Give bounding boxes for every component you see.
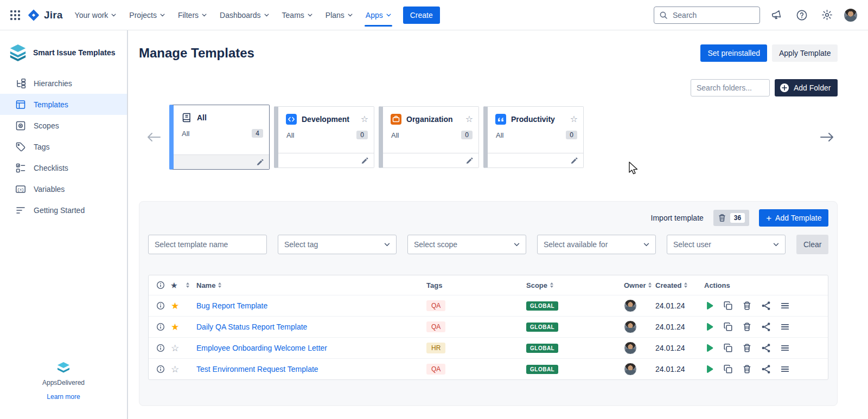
column-header-scope[interactable]: Scope [526, 281, 547, 289]
sidebar-item-templates[interactable]: Templates [0, 94, 127, 115]
template-name-link[interactable]: Bug Report Template [196, 301, 267, 310]
smart-issue-templates-logo-icon [8, 43, 28, 62]
filter-template-name-input[interactable] [148, 235, 267, 254]
folder-card-organization[interactable]: Organization ☆ All 0 [379, 106, 479, 168]
nav-item-teams[interactable]: Teams [276, 0, 319, 30]
help-icon[interactable] [793, 6, 811, 24]
owner-avatar[interactable] [624, 363, 637, 376]
recycle-bin-button[interactable]: 36 [713, 210, 749, 226]
owner-avatar[interactable] [624, 299, 637, 312]
clear-filters-button[interactable]: Clear [796, 235, 828, 254]
settings-gear-icon[interactable] [818, 6, 836, 24]
star-outline-icon[interactable]: ☆ [171, 365, 179, 374]
filter-scope-select[interactable]: Select scope [407, 235, 526, 254]
jira-logo[interactable]: Jira [24, 9, 68, 22]
edit-folder-icon[interactable] [571, 157, 578, 164]
run-template-icon[interactable] [704, 343, 714, 353]
folder-card-productivity[interactable]: Productivity ☆ All 0 [483, 106, 584, 168]
star-outline-icon[interactable]: ☆ [361, 115, 368, 124]
nav-item-plans[interactable]: Plans [319, 0, 359, 30]
carousel-left-arrow-icon[interactable] [139, 132, 169, 143]
set-preinstalled-button[interactable]: Set preinstalled [700, 44, 767, 62]
row-menu-icon[interactable] [780, 364, 790, 374]
filter-tag-select[interactable]: Select tag [278, 235, 397, 254]
column-header-owner[interactable]: Owner [624, 281, 646, 289]
sort-icon[interactable] [186, 282, 189, 288]
folder-card-development[interactable]: Development ☆ All 0 [274, 106, 374, 168]
app-switcher-icon[interactable] [7, 7, 24, 24]
run-template-icon[interactable] [704, 322, 714, 332]
import-template-button[interactable]: Import template [651, 214, 704, 222]
sidebar-item-hierarchies[interactable]: Hierarchies [0, 73, 127, 94]
copy-template-icon[interactable] [723, 343, 733, 353]
template-filters: Select tag Select scope Select available… [148, 235, 828, 254]
share-template-icon[interactable] [761, 364, 771, 374]
sidebar-item-getting-started[interactable]: Getting Started [0, 199, 127, 221]
filter-available-for-select[interactable]: Select available for [537, 235, 656, 254]
share-template-icon[interactable] [761, 322, 771, 332]
sidebar-item-tags[interactable]: Tags [0, 136, 127, 157]
delete-template-icon[interactable] [742, 322, 752, 332]
add-folder-button[interactable]: Add Folder [775, 79, 838, 96]
star-filled-icon[interactable]: ★ [171, 301, 179, 311]
sort-icon[interactable] [218, 282, 221, 288]
column-header-name[interactable]: Name [196, 281, 215, 289]
copy-template-icon[interactable] [723, 364, 733, 374]
sidebar-item-checklists[interactable]: Checklists [0, 157, 127, 178]
info-icon[interactable] [156, 365, 165, 373]
filter-user-select[interactable]: Select user [667, 235, 786, 254]
tag-badge: QA [426, 300, 445, 311]
chevron-down-icon [643, 243, 649, 247]
delete-template-icon[interactable] [742, 364, 752, 374]
row-menu-icon[interactable] [780, 343, 790, 353]
sort-icon[interactable] [684, 282, 687, 288]
sidebar-item-variables[interactable]: {x} Variables [0, 178, 127, 199]
carousel-right-arrow-icon[interactable] [816, 132, 838, 143]
template-name-link[interactable]: Test Environment Request Template [196, 365, 318, 373]
nav-item-dashboards[interactable]: Dashboards [213, 0, 276, 30]
sidebar-item-scopes[interactable]: Scopes [0, 115, 127, 136]
sort-icon[interactable] [648, 282, 652, 288]
sort-icon[interactable] [550, 282, 553, 288]
row-menu-icon[interactable] [780, 301, 790, 311]
apply-template-button[interactable]: Apply Template [772, 44, 838, 62]
nav-item-apps[interactable]: Apps [359, 0, 398, 30]
template-name-link[interactable]: Daily QA Status Report Template [196, 323, 307, 331]
megaphone-icon[interactable] [767, 6, 786, 24]
template-name-link[interactable]: Employee Onboarding Welcome Letter [196, 344, 327, 352]
info-icon[interactable] [156, 301, 165, 310]
global-search[interactable] [654, 7, 760, 24]
row-menu-icon[interactable] [780, 322, 790, 332]
run-template-icon[interactable] [704, 301, 714, 311]
share-template-icon[interactable] [761, 343, 771, 353]
create-button[interactable]: Create [403, 7, 440, 24]
delete-template-icon[interactable] [742, 343, 752, 353]
nav-item-filters[interactable]: Filters [171, 0, 213, 30]
edit-folder-icon[interactable] [257, 159, 264, 166]
folder-card-all[interactable]: All All 4 [169, 105, 270, 170]
copy-template-icon[interactable] [723, 322, 733, 332]
nav-item-your-work[interactable]: Your work [68, 0, 123, 30]
nav-item-projects[interactable]: Projects [123, 0, 171, 30]
info-icon[interactable] [156, 344, 165, 352]
table-header-row: ★ Name Tags Scope Owner Created Actions [149, 275, 828, 295]
add-template-button[interactable]: + Add Template [759, 209, 828, 227]
edit-folder-icon[interactable] [466, 157, 473, 164]
folder-search-input[interactable] [691, 79, 770, 96]
star-filled-icon[interactable]: ★ [171, 323, 179, 332]
user-avatar[interactable] [843, 8, 858, 23]
info-icon[interactable] [156, 323, 165, 331]
owner-avatar[interactable] [624, 320, 637, 333]
delete-template-icon[interactable] [742, 301, 752, 311]
owner-avatar[interactable] [624, 341, 637, 354]
copy-template-icon[interactable] [723, 301, 733, 311]
share-template-icon[interactable] [761, 301, 771, 311]
column-header-created[interactable]: Created [655, 281, 681, 289]
global-search-input[interactable] [672, 10, 755, 20]
edit-folder-icon[interactable] [361, 157, 368, 164]
run-template-icon[interactable] [704, 364, 714, 374]
learn-more-link[interactable]: Learn more [47, 393, 80, 401]
star-outline-icon[interactable]: ☆ [171, 344, 179, 353]
star-outline-icon[interactable]: ☆ [570, 115, 578, 124]
star-outline-icon[interactable]: ☆ [465, 115, 473, 124]
